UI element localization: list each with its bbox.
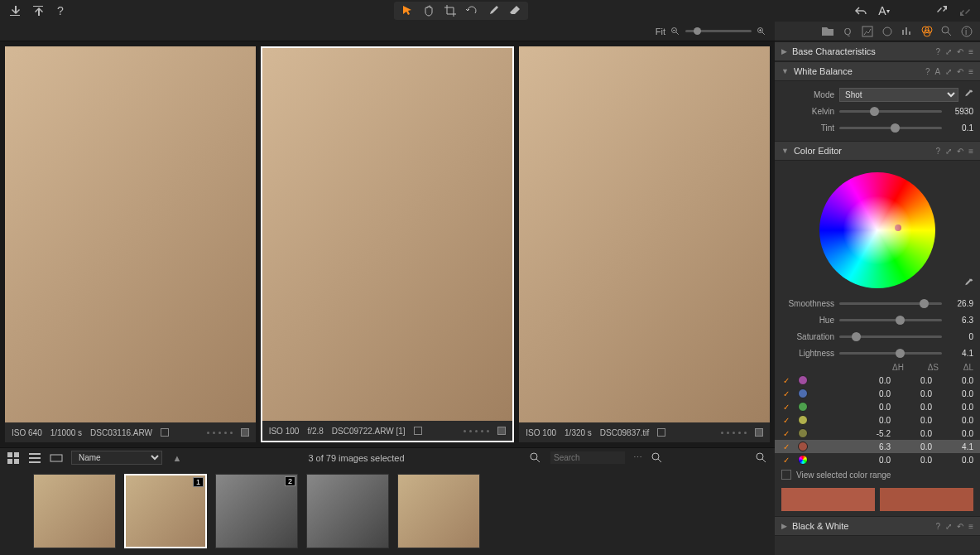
color-tab-icon[interactable] (920, 25, 934, 38)
view-range-checkbox[interactable] (781, 470, 791, 480)
color-row[interactable]: ✓ 0.00.00.0 (775, 400, 980, 413)
color-swatch[interactable] (798, 402, 808, 412)
color-swatch[interactable] (798, 455, 808, 465)
collapse-icon[interactable] (958, 4, 972, 17)
help-mini-icon[interactable]: ? (925, 67, 930, 76)
quick-tab-icon[interactable]: Q (841, 25, 854, 38)
image-card[interactable]: ISO 6401/1000 s DSC03116.ARW (5, 46, 256, 442)
reset-mini-icon[interactable]: ↶ (957, 47, 963, 56)
lens-tab-icon[interactable] (881, 25, 894, 38)
color-row-check[interactable]: ✓ (781, 442, 791, 451)
lightness-slider[interactable] (839, 352, 942, 355)
thumbnail[interactable] (397, 474, 480, 548)
color-tag[interactable] (241, 428, 249, 437)
color-row-check[interactable]: ✓ (781, 376, 791, 385)
color-swatch[interactable] (798, 415, 808, 425)
thumb-zoom-in-icon[interactable] (755, 451, 768, 465)
menu-mini-icon[interactable]: ≡ (968, 522, 973, 531)
wb-section-header[interactable]: ▼ White Balance ? A ⤢ ↶ ≡ (775, 61, 980, 81)
hand-tool-icon[interactable] (422, 4, 435, 17)
thumbnail[interactable] (306, 474, 389, 548)
wb-mode-select[interactable]: Shot (839, 88, 958, 102)
color-row[interactable]: ✓ 0.00.00.0 (775, 453, 980, 466)
thumbnail[interactable]: 2 (215, 474, 298, 548)
hue-slider[interactable] (839, 319, 942, 321)
thumb-zoom-out-icon[interactable] (651, 451, 664, 465)
adjust-tab-icon[interactable] (861, 25, 874, 38)
color-row[interactable]: ✓ -5.20.00.0 (775, 427, 980, 440)
rating-box[interactable] (161, 428, 169, 437)
list-view-icon[interactable] (28, 451, 41, 465)
expand-mini-icon[interactable]: ⤢ (945, 67, 952, 76)
sort-select[interactable]: Name (71, 451, 162, 465)
reset-mini-icon[interactable]: ↶ (957, 522, 963, 531)
sort-dir-icon[interactable]: ▲ (171, 451, 184, 465)
color-row-check[interactable]: ✓ (781, 429, 791, 438)
color-swatch[interactable] (798, 375, 808, 385)
auto-mini-icon[interactable]: A (934, 67, 940, 76)
help-icon[interactable]: ? (55, 4, 68, 17)
import-icon[interactable] (8, 4, 22, 17)
color-swatch[interactable] (798, 388, 808, 398)
cursor-tool-icon[interactable] (401, 4, 414, 17)
zoom-out-icon[interactable] (670, 27, 680, 36)
erase-tool-icon[interactable] (508, 4, 521, 17)
thumbnail[interactable] (33, 474, 116, 548)
undo-icon[interactable] (854, 4, 867, 17)
color-tag[interactable] (497, 427, 506, 435)
crop-tool-icon[interactable] (444, 4, 457, 17)
fit-slider[interactable] (685, 30, 752, 32)
color-tag[interactable] (755, 428, 763, 437)
color-row-check[interactable]: ✓ (781, 403, 791, 412)
thumbnail[interactable]: 1 (124, 474, 207, 548)
search-input[interactable] (550, 451, 625, 464)
help-mini-icon[interactable]: ? (936, 522, 941, 531)
tint-slider[interactable] (839, 127, 942, 129)
color-swatch[interactable] (798, 442, 808, 451)
eyedropper-icon[interactable] (963, 89, 973, 99)
annotation-icon[interactable]: A▾ (877, 4, 891, 17)
color-row[interactable]: ✓ 0.00.00.0 (775, 387, 980, 400)
menu-mini-icon[interactable]: ≡ (968, 147, 973, 156)
bw-section-header[interactable]: ▶ Black & White ? ⤢ ↶ ≡ (775, 516, 980, 536)
kelvin-slider[interactable] (839, 110, 942, 113)
rating-box[interactable] (414, 427, 422, 435)
menu-mini-icon[interactable]: ≡ (968, 47, 973, 56)
rotate-tool-icon[interactable] (465, 4, 478, 17)
color-row[interactable]: ✓ 0.00.00.0 (775, 413, 980, 427)
ce-section-header[interactable]: ▼ Color Editor ? ⤢ ↶ ≡ (775, 141, 980, 161)
image-card[interactable]: ISO 1001/320 s DSC09837.tif (519, 46, 770, 442)
smoothness-slider[interactable] (839, 302, 942, 305)
color-row-check[interactable]: ✓ (781, 389, 791, 398)
search-icon[interactable] (529, 451, 542, 465)
reset-mini-icon[interactable]: ↶ (957, 67, 963, 76)
color-row-check[interactable]: ✓ (781, 456, 791, 465)
filmstrip-view-icon[interactable] (50, 451, 63, 465)
color-swatch[interactable] (798, 428, 808, 438)
image-card[interactable]: ISO 100f/2.8 DSC09722.ARW [1] (261, 46, 515, 442)
color-wheel[interactable] (819, 172, 935, 288)
rating-box[interactable] (657, 428, 665, 437)
brush-tool-icon[interactable] (487, 4, 500, 17)
saturation-slider[interactable] (839, 335, 942, 338)
info-tab-icon[interactable]: i (960, 25, 973, 38)
reset-mini-icon[interactable]: ↶ (957, 147, 963, 156)
expand-icon[interactable] (935, 4, 949, 17)
menu-mini-icon[interactable]: ≡ (968, 67, 973, 76)
search-tab-icon[interactable] (940, 25, 954, 38)
color-picker-icon[interactable] (963, 278, 973, 288)
color-row-check[interactable]: ✓ (781, 416, 791, 425)
grid-view-icon[interactable] (7, 451, 20, 465)
color-row[interactable]: ✓ 6.30.04.1 (775, 440, 980, 453)
help-mini-icon[interactable]: ? (936, 147, 941, 156)
expand-mini-icon[interactable]: ⤢ (945, 522, 952, 531)
expand-mini-icon[interactable]: ⤢ (945, 147, 952, 156)
library-tab-icon[interactable] (821, 25, 834, 38)
help-mini-icon[interactable]: ? (936, 47, 941, 56)
hist-tab-icon[interactable] (901, 25, 914, 38)
base-section-header[interactable]: ▶ Base Characteristics ? ⤢ ↶ ≡ (775, 41, 980, 61)
expand-mini-icon[interactable]: ⤢ (945, 47, 952, 56)
export-icon[interactable] (31, 4, 45, 17)
zoom-in-icon[interactable] (757, 27, 766, 36)
color-row[interactable]: ✓ 0.00.00.0 (775, 374, 980, 387)
